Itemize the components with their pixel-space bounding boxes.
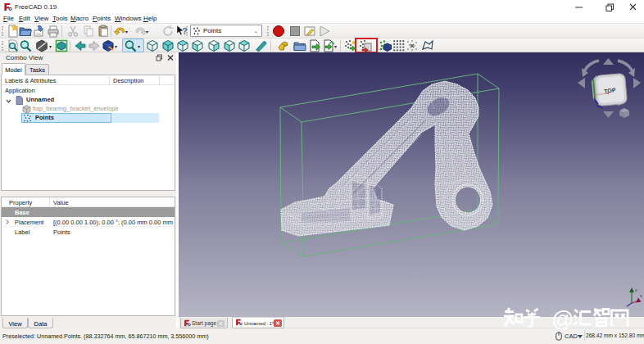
svg-text:?: ?: [182, 26, 188, 36]
svg-text:x: x: [640, 293, 642, 298]
svg-text:@: @: [551, 307, 574, 332]
svg-text:z: z: [635, 287, 637, 292]
